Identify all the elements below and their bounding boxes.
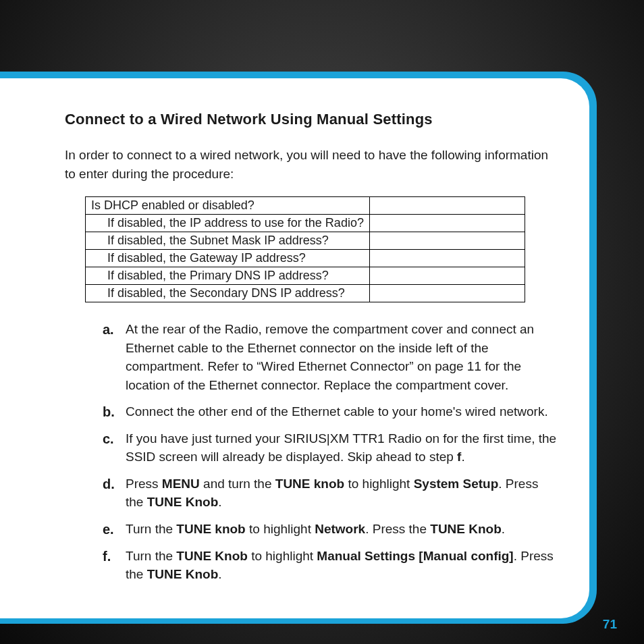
step-text: to highlight: [246, 522, 315, 536]
table-value-cell: [369, 197, 525, 215]
step-marker: d.: [103, 475, 115, 494]
table-value-cell: [369, 250, 525, 267]
step-bold: TUNE Knob: [147, 567, 219, 581]
table-label-cell: If disabled, the IP address to use for t…: [86, 215, 370, 232]
step-b: b. Connect the other end of the Ethernet…: [103, 402, 557, 421]
step-f: f. Turn the TUNE Knob to highlight Manua…: [103, 547, 557, 584]
table-row: If disabled, the Subnet Mask IP address?: [86, 232, 525, 250]
table-value-cell: [369, 285, 525, 302]
step-e: e. Turn the TUNE knob to highlight Netwo…: [103, 520, 557, 539]
step-text: Turn the: [126, 522, 176, 536]
table-label-cell: If disabled, the Gateway IP address?: [86, 250, 370, 267]
step-marker: a.: [103, 320, 114, 340]
instruction-steps: a. At the rear of the Radio, remove the …: [65, 320, 557, 584]
step-bold: TUNE knob: [176, 522, 245, 536]
intro-paragraph: In order to connect to a wired network, …: [65, 146, 557, 183]
step-d: d. Press MENU and turn the TUNE knob to …: [103, 475, 557, 512]
table-label-cell: If disabled, the Primary DNS IP address?: [86, 267, 370, 285]
step-marker: c.: [103, 429, 114, 449]
step-text: .: [502, 522, 505, 536]
step-text: Connect the other end of the Ethernet ca…: [126, 404, 548, 419]
step-text: At the rear of the Radio, remove the com…: [126, 322, 534, 392]
step-bold: MENU: [162, 477, 200, 491]
step-text: If you have just turned your SIRIUS|XM T…: [126, 431, 556, 464]
table-row: If disabled, the Gateway IP address?: [86, 250, 525, 267]
table-label-cell: If disabled, the Secondary DNS IP addres…: [86, 285, 370, 302]
section-heading: Connect to a Wired Network Using Manual …: [65, 111, 557, 128]
table-row: Is DHCP enabled or disabled?: [86, 197, 525, 215]
step-a: a. At the rear of the Radio, remove the …: [103, 320, 557, 394]
step-c: c. If you have just turned your SIRIUS|X…: [103, 429, 557, 466]
step-bold: TUNE Knob: [147, 495, 219, 509]
step-text: and turn the: [200, 477, 275, 491]
manual-page: Connect to a Wired Network Using Manual …: [0, 78, 589, 618]
step-bold: TUNE Knob: [430, 522, 502, 536]
step-text: .: [218, 495, 221, 509]
step-marker: b.: [103, 402, 115, 422]
step-marker: f.: [103, 547, 111, 566]
step-text: Press: [126, 477, 162, 491]
step-text: Turn the: [126, 549, 176, 563]
step-bold: TUNE Knob: [176, 549, 248, 563]
step-text: to highlight: [248, 549, 317, 563]
table-row: If disabled, the Primary DNS IP address?: [86, 267, 525, 285]
table-value-cell: [369, 267, 525, 285]
table-label-cell: Is DHCP enabled or disabled?: [86, 197, 370, 215]
table-value-cell: [369, 232, 525, 250]
table-label-cell: If disabled, the Subnet Mask IP address?: [86, 232, 370, 250]
step-text: to highlight: [344, 477, 413, 491]
required-info-table: Is DHCP enabled or disabled?If disabled,…: [85, 196, 525, 302]
step-marker: e.: [103, 520, 114, 539]
table-row: If disabled, the IP address to use for t…: [86, 215, 525, 232]
step-bold: TUNE knob: [275, 477, 344, 491]
step-text: . Press the: [365, 522, 430, 536]
page-number: 71: [603, 617, 617, 632]
step-bold: Manual Settings [Manual config]: [317, 549, 513, 563]
table-row: If disabled, the Secondary DNS IP addres…: [86, 285, 525, 302]
step-text: .: [218, 567, 221, 581]
step-bold: Network: [315, 522, 365, 536]
step-bold: System Setup: [414, 477, 499, 491]
table-value-cell: [369, 215, 525, 232]
step-text: .: [461, 450, 464, 464]
